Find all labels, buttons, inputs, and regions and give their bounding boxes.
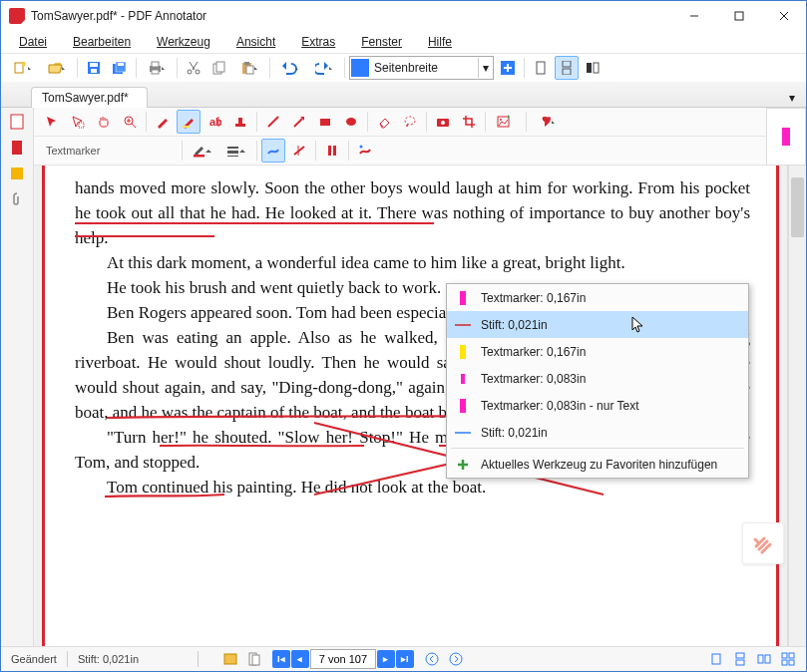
lasso-erase-tool[interactable]	[398, 110, 422, 134]
body-text: hands moved more slowly. Soon the other …	[75, 175, 750, 250]
status-thumbs-button[interactable]	[218, 647, 242, 671]
color-picker[interactable]	[187, 139, 218, 163]
pan-tool[interactable]	[92, 110, 116, 134]
document-tab[interactable]: TomSawyer.pdf*	[31, 87, 148, 108]
menu-window[interactable]: Fenster	[349, 33, 414, 51]
first-page-button[interactable]: I◂	[272, 650, 290, 668]
quick-hand-button[interactable]	[742, 522, 784, 564]
highlighter-icon	[453, 345, 473, 359]
page-input[interactable]	[310, 649, 376, 669]
favorites-item-label: Textmarker: 0,167in	[481, 345, 586, 359]
layout-single-button[interactable]	[529, 56, 553, 80]
sidebar-attachments-icon[interactable]	[9, 191, 25, 207]
prev-page-button[interactable]: ◂	[291, 650, 309, 668]
svg-rect-12	[152, 62, 159, 67]
highlighter-tool[interactable]	[177, 110, 201, 134]
crop-tool[interactable]	[457, 110, 481, 134]
line-tool[interactable]	[261, 110, 285, 134]
snapshot-tool[interactable]	[431, 110, 455, 134]
maximize-button[interactable]	[716, 1, 761, 31]
menu-tool[interactable]: Werkzeug	[145, 33, 222, 51]
favorites-item-label: Textmarker: 0,167in	[481, 291, 586, 305]
status-tool: Stift: 0,021in	[68, 653, 198, 665]
nav-back-button[interactable]	[420, 647, 444, 671]
svg-point-15	[196, 70, 200, 74]
pointer-tool[interactable]	[40, 110, 64, 134]
save-button[interactable]	[82, 56, 106, 80]
print-button[interactable]	[141, 56, 173, 80]
sidebar-notes-icon[interactable]	[9, 166, 25, 181]
next-page-button[interactable]: ▸	[377, 650, 395, 668]
menu-extras[interactable]: Extras	[289, 33, 347, 51]
pen-icon	[453, 323, 473, 327]
status-changed: Geändert	[1, 653, 67, 665]
pen-tool[interactable]	[151, 110, 175, 134]
straight-mode[interactable]	[287, 139, 311, 163]
new-button[interactable]	[7, 56, 39, 80]
favorites-item-label: Textmarker: 0,083in	[481, 372, 586, 386]
layout-continuous-button[interactable]	[555, 56, 579, 80]
vertical-scrollbar[interactable]	[788, 166, 806, 646]
width-picker[interactable]	[220, 139, 252, 163]
rect-tool[interactable]	[313, 110, 337, 134]
sidebar-bookmarks-icon[interactable]	[9, 140, 25, 156]
favorites-item[interactable]: Stift: 0,021in	[447, 419, 748, 446]
freehand-mode[interactable]	[261, 139, 285, 163]
layout-two-button[interactable]	[581, 56, 605, 80]
favorites-tool[interactable]	[531, 110, 563, 134]
favorites-add[interactable]: Aktuelles Werkzeug zu Favoriten hinzufüg…	[447, 451, 748, 478]
eraser-tool[interactable]	[372, 110, 396, 134]
menu-view[interactable]: Ansicht	[224, 33, 287, 51]
close-button[interactable]	[761, 1, 806, 31]
paste-button[interactable]	[233, 56, 265, 80]
view-continuous-button[interactable]	[728, 647, 752, 671]
svg-rect-54	[333, 146, 336, 156]
snap-mode[interactable]	[320, 139, 344, 163]
zoom-add-button[interactable]	[496, 56, 520, 80]
chevron-down-icon[interactable]: ▾	[478, 58, 493, 78]
status-pages-button[interactable]	[242, 647, 266, 671]
favorites-item[interactable]: Textmarker: 0,167in	[447, 338, 748, 365]
view-two-button[interactable]	[752, 647, 776, 671]
sidebar-pages-icon[interactable]	[9, 114, 25, 130]
scrollbar-thumb[interactable]	[791, 177, 804, 237]
plus-icon	[453, 458, 473, 472]
menu-edit[interactable]: Bearbeiten	[61, 33, 143, 51]
favorites-item[interactable]: Textmarker: 0,083in - nur Text	[447, 392, 748, 419]
insert-image-tool[interactable]	[490, 110, 522, 134]
ellipse-tool[interactable]	[339, 110, 363, 134]
arrow-tool[interactable]	[287, 110, 311, 134]
favorites-item[interactable]: Textmarker: 0,083in	[447, 365, 748, 392]
favorites-item[interactable]: Stift: 0,021in	[447, 311, 748, 338]
menu-help[interactable]: Hilfe	[416, 33, 464, 51]
svg-rect-66	[736, 653, 744, 658]
pressure-mode[interactable]	[353, 139, 377, 163]
redo-button[interactable]	[308, 56, 340, 80]
favorite-color-swatch[interactable]	[782, 128, 790, 146]
save-all-button[interactable]	[108, 56, 132, 80]
last-page-button[interactable]: ▸I	[396, 650, 414, 668]
highlighter-icon	[453, 374, 473, 384]
copy-button[interactable]	[207, 56, 231, 80]
cut-button[interactable]	[182, 56, 205, 80]
stamp-tool[interactable]	[228, 110, 252, 134]
open-button[interactable]	[41, 56, 73, 80]
view-single-button[interactable]	[704, 647, 728, 671]
favorites-item[interactable]: Textmarker: 0,167in	[447, 284, 748, 311]
nav-forward-button[interactable]	[444, 647, 468, 671]
svg-rect-22	[537, 62, 545, 74]
svg-point-64	[450, 653, 462, 665]
select-tool[interactable]	[66, 110, 90, 134]
svg-rect-25	[587, 63, 592, 73]
view-two-continuous-button[interactable]	[776, 647, 800, 671]
menu-file[interactable]: Datei	[7, 33, 59, 51]
svg-rect-69	[765, 655, 770, 663]
zoom-tool[interactable]	[118, 110, 142, 134]
minimize-button[interactable]	[671, 1, 716, 31]
undo-button[interactable]	[274, 56, 306, 80]
zoom-combo[interactable]: Seitenbreite ▾	[349, 56, 494, 80]
text-tool[interactable]: ab	[202, 110, 226, 134]
favorites-swatch-panel[interactable]	[766, 108, 806, 166]
tabstrip-menu-button[interactable]: ▾	[780, 86, 804, 110]
svg-text:ab: ab	[209, 116, 221, 128]
